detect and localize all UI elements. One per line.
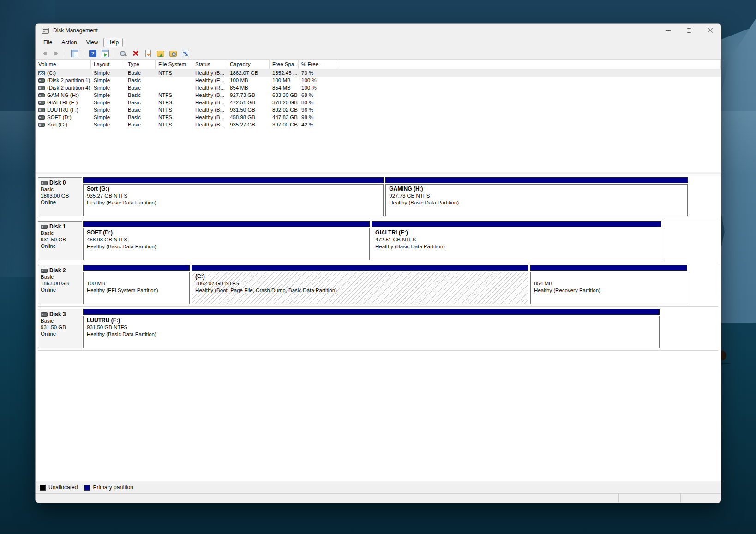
back-button[interactable] (39, 48, 49, 59)
volume-cell-filler (338, 69, 721, 77)
explore-folder-button[interactable] (168, 48, 178, 59)
volume-icon (38, 78, 45, 83)
help-button[interactable] (88, 48, 98, 59)
show-action-pane-button[interactable] (100, 48, 110, 59)
partition-content: 854 MBHealthy (Recovery Partition) (530, 272, 687, 304)
partition-status: Healthy (Basic Data Partition) (87, 199, 380, 206)
title-bar[interactable]: Disk Management (36, 24, 721, 37)
disk-info-box[interactable]: Disk 1Basic931.50 GBOnline (38, 221, 82, 260)
column-header-capacity[interactable]: Capacity (227, 60, 270, 69)
partition-color-band (83, 265, 190, 271)
window-title: Disk Management (53, 27, 98, 34)
volume-cell: Simple (91, 69, 125, 77)
volume-cell: 42 % (299, 121, 338, 128)
partition-status: Healthy (Boot, Page File, Crash Dump, Ba… (195, 287, 525, 294)
disk-size: 931.50 GB (41, 236, 79, 243)
column-header-volume[interactable]: Volume (36, 60, 91, 69)
partition-label (87, 273, 186, 280)
volume-cell: 100 MB (227, 77, 270, 84)
desktop[interactable]: Among us mod Disk Management FileActionV… (0, 0, 756, 534)
partition[interactable]: GAMING (H:)927.73 GB NTFSHealthy (Basic … (385, 177, 688, 216)
magnifier-tool-button[interactable] (118, 48, 128, 59)
partition[interactable]: SOFT (D:)458.98 GB NTFSHealthy (Basic Da… (83, 221, 370, 260)
column-header-status[interactable]: Status (192, 60, 227, 69)
partition[interactable]: 854 MBHealthy (Recovery Partition) (530, 265, 687, 304)
minimize-button[interactable] (657, 24, 678, 37)
volume-row[interactable]: Sort (G:)SimpleBasicNTFSHealthy (B...935… (36, 121, 721, 128)
partition-status: Healthy (EFI System Partition) (87, 287, 186, 294)
toolbar-separator (84, 50, 84, 57)
partition-color-band (530, 265, 687, 271)
volume-cell: GIAI TRI (E:) (36, 99, 91, 106)
disk-info-box[interactable]: Disk 3Basic931.50 GBOnline (38, 309, 82, 348)
legend-item-primary-partition: Primary partition (84, 484, 133, 491)
volume-row[interactable]: LUUTRU (F:)SimpleBasicNTFSHealthy (B...9… (36, 106, 721, 114)
volume-row[interactable]: (C:)SimpleBasicNTFSHealthy (B...1862.07 … (36, 69, 721, 77)
disk-size: 1863.00 GB (41, 192, 79, 199)
volume-cell: (Disk 2 partition 4) (36, 84, 91, 91)
open-folder-icon (157, 51, 164, 57)
partition[interactable]: Sort (G:)935.27 GB NTFSHealthy (Basic Da… (83, 177, 384, 216)
column-header-file-system[interactable]: File System (156, 60, 192, 69)
volume-icon (38, 108, 45, 112)
check-document-button[interactable] (143, 48, 153, 59)
disk-row-disk-3: Disk 3Basic931.50 GBOnlineLUUTRU (F:)931… (38, 307, 718, 351)
disk-name: Disk 0 (41, 180, 79, 186)
forward-button[interactable] (52, 48, 62, 59)
volume-row[interactable]: (Disk 2 partition 1)SimpleBasicHealthy (… (36, 77, 721, 84)
volume-cell: 472.51 GB (227, 99, 270, 106)
volume-row[interactable]: GIAI TRI (E:)SimpleBasicNTFSHealthy (B..… (36, 99, 721, 106)
partition[interactable]: (C:)1862.07 GB NTFSHealthy (Boot, Page F… (192, 265, 528, 304)
close-button[interactable] (700, 24, 721, 37)
disk-row-disk-0: Disk 0Basic1863.00 GBOnlineSort (G:)935.… (38, 175, 718, 219)
column-header--free[interactable]: % Free (299, 60, 338, 69)
volume-icon (38, 71, 45, 75)
disk-type: Basic (41, 274, 79, 280)
menu-item-file[interactable]: File (39, 38, 56, 47)
partition[interactable]: LUUTRU (F:)931.50 GB NTFSHealthy (Basic … (83, 309, 660, 348)
volume-cell: Simple (91, 121, 125, 128)
menu-item-action[interactable]: Action (57, 38, 81, 47)
legend-label: Primary partition (93, 484, 133, 491)
partition-label (534, 273, 684, 280)
disk-partitions: LUUTRU (F:)931.50 GB NTFSHealthy (Basic … (83, 309, 689, 348)
maximize-button[interactable] (678, 24, 700, 37)
check-document-icon (145, 50, 151, 57)
volume-cell: NTFS (156, 121, 192, 128)
volume-cell: Healthy (B... (192, 91, 227, 99)
volume-cell: Healthy (E... (192, 77, 227, 84)
status-segment (680, 494, 721, 503)
properties-checklist-button[interactable] (180, 48, 191, 59)
explore-folder-icon (169, 51, 177, 57)
disk-row-disk-1: Disk 1Basic931.50 GBOnlineSOFT (D:)458.9… (38, 219, 718, 263)
menu-item-help[interactable]: Help (103, 38, 123, 47)
volume-cell: 935.27 GB (227, 121, 270, 128)
volume-cell: NTFS (156, 114, 192, 121)
disk-name: Disk 1 (41, 223, 79, 230)
menu-item-view[interactable]: View (82, 38, 102, 47)
column-header-layout[interactable]: Layout (91, 60, 125, 69)
column-header-type[interactable]: Type (125, 60, 156, 69)
column-header-filler (338, 60, 721, 69)
toolbar-separator (114, 50, 114, 57)
partition[interactable]: 100 MBHealthy (EFI System Partition) (83, 265, 190, 304)
partition-color-band (83, 221, 370, 227)
disk-info-box[interactable]: Disk 0Basic1863.00 GBOnline (38, 177, 82, 216)
volume-cell: 73 % (299, 69, 338, 77)
partition[interactable]: GIAI TRI (E:)472.51 GB NTFSHealthy (Basi… (372, 221, 661, 260)
partition-size: 100 MB (87, 280, 186, 287)
open-folder-button[interactable] (156, 48, 166, 59)
volume-row[interactable]: GAMING (H:)SimpleBasicNTFSHealthy (B...9… (36, 91, 721, 99)
volume-cell: Basic (125, 121, 156, 128)
delete-volume-button[interactable] (131, 48, 141, 59)
volume-cell: Simple (91, 84, 125, 91)
disk-info-box[interactable]: Disk 2Basic1863.00 GBOnline (38, 265, 82, 304)
toolbar-separator (66, 50, 66, 57)
show-console-tree-button[interactable] (70, 48, 80, 59)
volume-cell: 892.02 GB (270, 106, 299, 114)
column-header-free-spa-[interactable]: Free Spa... (270, 60, 299, 69)
volume-row[interactable]: SOFT (D:)SimpleBasicNTFSHealthy (B...458… (36, 114, 721, 121)
disk-partitions: Sort (G:)935.27 GB NTFSHealthy (Basic Da… (83, 177, 689, 216)
volume-cell: 378.20 GB (270, 99, 299, 106)
volume-row[interactable]: (Disk 2 partition 4)SimpleBasicHealthy (… (36, 84, 721, 91)
